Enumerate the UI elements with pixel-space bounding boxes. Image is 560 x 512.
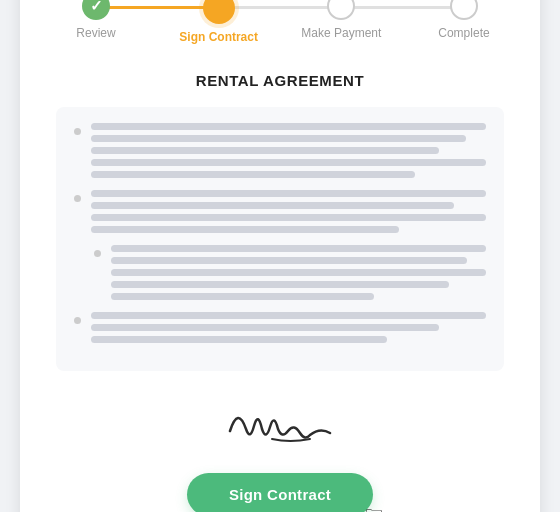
doc-line: [111, 293, 374, 300]
step-circle-complete: [450, 0, 478, 20]
doc-lines-4: [91, 312, 486, 343]
document-title: RENTAL AGREEMENT: [56, 72, 504, 89]
doc-line: [91, 312, 486, 319]
doc-bullet-3: [94, 250, 101, 257]
doc-line: [91, 336, 387, 343]
doc-section-4: [74, 312, 486, 343]
doc-bullet-2: [74, 195, 81, 202]
doc-line: [91, 190, 486, 197]
doc-line: [111, 281, 449, 288]
step-label-make-payment: Make Payment: [301, 26, 381, 40]
document-content: [56, 107, 504, 371]
doc-line: [111, 269, 486, 276]
step-circle-sign-contract: [203, 0, 235, 24]
doc-line: [91, 226, 399, 233]
stepper-track: [86, 6, 474, 9]
doc-line: [91, 214, 486, 221]
sign-contract-button[interactable]: Sign Contract: [187, 473, 373, 512]
step-review: ✓ Review: [56, 0, 136, 40]
doc-lines-1: [91, 123, 486, 178]
doc-line: [91, 147, 439, 154]
step-label-complete: Complete: [438, 26, 489, 40]
step-complete: Complete: [424, 0, 504, 40]
step-label-review: Review: [76, 26, 115, 40]
doc-line: [91, 135, 466, 142]
signature-area: [56, 391, 504, 451]
doc-line: [91, 123, 486, 130]
step-circle-make-payment: [327, 0, 355, 20]
doc-section-3: [74, 245, 486, 300]
step-sign-contract: Sign Contract: [179, 0, 259, 44]
doc-section-2: [74, 190, 486, 233]
doc-bullet-4: [74, 317, 81, 324]
doc-section-1: [74, 123, 486, 178]
doc-bullet-1: [74, 128, 81, 135]
sign-button-wrapper: Sign Contract ☞: [56, 473, 504, 512]
doc-line: [91, 324, 439, 331]
doc-line: [91, 202, 454, 209]
checkmark-icon: ✓: [90, 0, 103, 15]
doc-line: [111, 245, 486, 252]
stepper: ✓ Review Sign Contract Make Payment Comp…: [56, 0, 504, 44]
step-circle-review: ✓: [82, 0, 110, 20]
doc-line: [91, 171, 415, 178]
doc-lines-3: [111, 245, 486, 300]
step-label-sign-contract: Sign Contract: [179, 30, 258, 44]
doc-lines-2: [91, 190, 486, 233]
main-card: ✓ Review Sign Contract Make Payment Comp…: [20, 0, 540, 512]
doc-line: [91, 159, 486, 166]
doc-line: [111, 257, 467, 264]
step-make-payment: Make Payment: [301, 0, 381, 40]
signature-svg: [210, 391, 350, 451]
